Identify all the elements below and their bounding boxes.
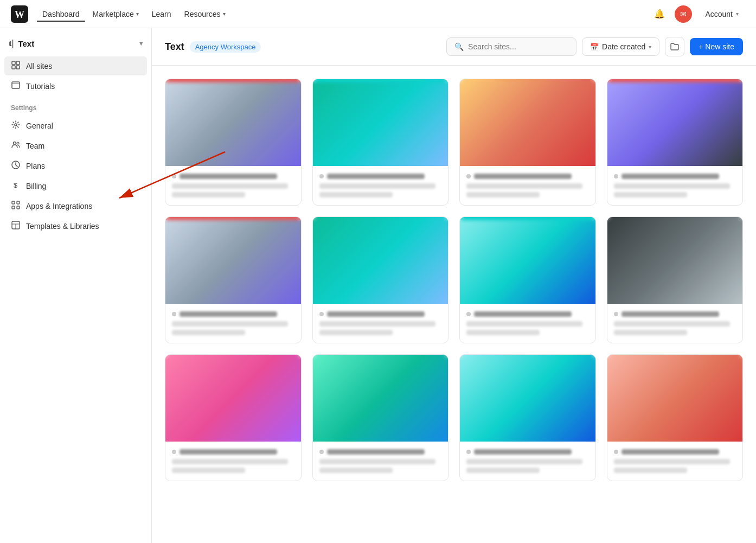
site-info (460, 166, 595, 205)
templates-libraries-label: Templates & Libraries (26, 222, 99, 231)
logo[interactable]: W (11, 5, 28, 23)
site-url (614, 459, 730, 464)
site-date (466, 330, 540, 335)
sidebar-item-general[interactable]: General (4, 116, 147, 135)
main-content: Text Agency Workspace 🔍 📅 Date created ▾ (152, 28, 756, 543)
folder-button[interactable] (665, 37, 684, 56)
site-thumbnail (165, 355, 301, 442)
sidebar-item-billing[interactable]: $ Billing (4, 176, 147, 195)
site-name (180, 174, 277, 179)
site-card[interactable] (312, 354, 449, 481)
top-navigation: W Dashboard Marketplace ▾ Learn Resource… (0, 0, 756, 28)
site-date (319, 192, 393, 197)
site-card[interactable] (165, 216, 302, 343)
team-icon (11, 140, 21, 151)
site-info (460, 442, 595, 481)
sort-label: Date created (602, 42, 645, 51)
site-card[interactable] (607, 79, 744, 206)
sidebar-item-tutorials[interactable]: Tutorials (4, 76, 147, 95)
site-status-dot (466, 312, 471, 316)
site-card[interactable] (607, 216, 744, 343)
workspace-selector[interactable]: t| Text ▾ (0, 33, 151, 54)
site-status-dot (614, 450, 618, 454)
site-date (614, 468, 687, 473)
notifications-button[interactable]: 🔔 (651, 5, 668, 23)
site-thumbnail (460, 217, 595, 304)
site-thumbnail (313, 79, 449, 166)
plans-icon (11, 161, 21, 171)
nav-marketplace[interactable]: Marketplace ▾ (87, 7, 144, 22)
site-date (319, 468, 393, 473)
site-name (180, 449, 277, 455)
svg-rect-15 (12, 206, 15, 209)
billing-label: Billing (26, 182, 46, 190)
site-url (614, 321, 730, 327)
nav-dashboard[interactable]: Dashboard (37, 7, 85, 22)
sidebar-item-plans[interactable]: Plans (4, 156, 147, 175)
site-url (319, 183, 435, 189)
sidebar-item-templates-libraries[interactable]: Templates & Libraries (4, 216, 147, 235)
site-status-dot (319, 450, 324, 454)
svg-rect-14 (17, 201, 20, 204)
templates-libraries-icon (11, 221, 21, 231)
site-name (622, 449, 719, 455)
site-url (172, 459, 288, 464)
svg-rect-2 (12, 61, 15, 65)
site-card[interactable] (312, 216, 449, 343)
site-url (319, 321, 435, 327)
search-input[interactable] (468, 42, 568, 51)
site-card[interactable] (459, 354, 596, 481)
calendar-icon: 📅 (590, 43, 599, 51)
all-sites-label: All sites (26, 62, 52, 71)
messages-button[interactable]: ✉ (675, 5, 692, 23)
site-info (165, 304, 301, 343)
billing-icon: $ (11, 181, 21, 191)
site-thumbnail (460, 79, 595, 166)
sidebar-item-apps-integrations[interactable]: Apps & Integrations (4, 196, 147, 215)
svg-rect-3 (16, 61, 20, 65)
svg-point-10 (17, 142, 19, 144)
site-name (327, 449, 425, 455)
site-status-dot (466, 174, 471, 178)
nav-resources[interactable]: Resources ▾ (179, 7, 231, 22)
site-card[interactable] (459, 216, 596, 343)
svg-point-8 (15, 124, 17, 126)
nav-learn[interactable]: Learn (146, 7, 177, 22)
settings-section-label: Settings (0, 99, 151, 114)
site-status-dot (319, 174, 324, 178)
marketplace-chevron-icon: ▾ (136, 11, 139, 17)
svg-rect-16 (17, 206, 20, 209)
sidebar-item-team[interactable]: Team (4, 136, 147, 155)
site-url (614, 183, 730, 189)
site-thumbnail (165, 79, 301, 166)
all-sites-icon (11, 61, 21, 71)
plans-label: Plans (26, 162, 45, 170)
new-site-button[interactable]: + New site (690, 38, 743, 55)
workspace-chevron-icon: ▾ (139, 40, 143, 47)
site-date (614, 330, 687, 335)
sidebar-item-all-sites[interactable]: All sites (4, 56, 147, 75)
search-box[interactable]: 🔍 (446, 37, 576, 56)
site-card[interactable] (459, 79, 596, 206)
site-url (466, 183, 582, 189)
site-thumbnail (460, 355, 595, 442)
site-info (607, 304, 743, 343)
site-card[interactable] (165, 79, 302, 206)
team-label: Team (26, 142, 44, 150)
resources-chevron-icon: ▾ (223, 11, 226, 17)
workspace-badge[interactable]: Agency Workspace (190, 41, 261, 53)
site-date (466, 192, 540, 197)
sort-button[interactable]: 📅 Date created ▾ (582, 37, 659, 56)
site-name (474, 449, 572, 455)
site-card[interactable] (312, 79, 449, 206)
site-card[interactable] (165, 354, 302, 481)
svg-text:W: W (15, 9, 24, 20)
account-button[interactable]: Account ▾ (699, 7, 745, 22)
site-info (460, 304, 595, 343)
page-title: Text (165, 41, 184, 53)
sites-grid (152, 66, 756, 494)
site-card[interactable] (607, 354, 744, 481)
site-thumbnail (313, 217, 449, 304)
site-name (474, 311, 572, 317)
site-date (172, 468, 245, 473)
